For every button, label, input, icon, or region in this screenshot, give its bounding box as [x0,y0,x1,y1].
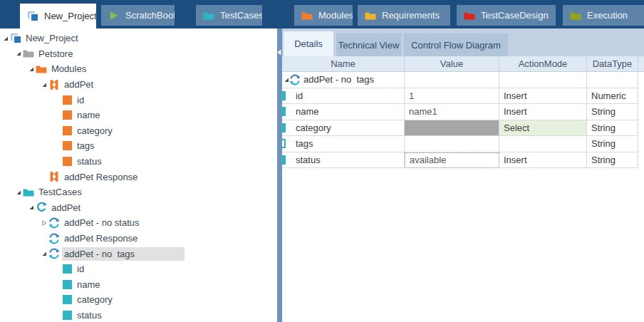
folder-icon-red [464,10,475,21]
datatype-cell[interactable]: String [587,104,638,120]
project-icon [10,33,21,44]
attribute-square-teal [61,264,73,275]
row-name-cell[interactable]: addPet - no tags [282,72,405,88]
value-cell-disabled[interactable] [405,120,499,137]
datatype-cell[interactable]: String [587,152,638,169]
expander-expanded-icon[interactable] [28,66,36,72]
table-row: name name1 Insert String [282,104,644,120]
row-name-cell[interactable]: id [282,88,405,105]
tab-label: New_Project [44,11,96,21]
table-row: status available Insert String [282,152,644,169]
value-cell[interactable] [405,72,499,88]
value-cell[interactable]: name1 [405,104,499,120]
tree-item-label: TestCases [38,187,82,197]
tab-requirements[interactable]: Requirements [358,5,450,26]
tree-item-tags[interactable]: tags [0,138,277,154]
tree-item-addpet-response-module[interactable]: addPet Response [0,169,277,185]
folder-icon-amber [365,10,376,21]
tree-item-label: addPet Response [64,172,137,182]
tab-details[interactable]: Details [284,31,333,56]
tree-item-label: addPet - no status [64,217,140,228]
value-cell[interactable]: 1 [405,88,499,105]
testcase-icon [48,233,60,244]
tree-item-label: status [77,156,102,167]
tree-item-modules[interactable]: Modules [0,61,277,77]
tab-label: Execution [587,10,628,21]
tab-execution[interactable]: Execution [563,5,644,26]
actionmode-cell[interactable] [499,136,587,152]
actionmode-cell[interactable]: Insert [499,104,587,120]
expander-expanded-icon[interactable] [16,189,23,195]
tree-item-name-tc[interactable]: name [0,277,277,293]
module-icon [48,171,60,182]
tree-item-category-tc[interactable]: category [0,292,277,308]
tree-item-addpet-tc-folder[interactable]: addPet [0,200,277,216]
tree-item-addpet-response-tc[interactable]: addPet Response [0,231,277,246]
expander-expanded-icon[interactable] [16,51,23,56]
datatype-cell[interactable]: String [587,120,638,137]
expander-expanded-icon[interactable] [28,204,36,210]
expander-expanded-icon[interactable] [3,36,10,41]
actionmode-cell[interactable]: Select [499,120,587,137]
datatype-cell[interactable] [587,72,638,88]
row-label: status [296,155,321,165]
tree-item-name[interactable]: name [0,108,277,123]
datatype-cell[interactable]: String [587,136,638,152]
attribute-square-empty [284,138,293,150]
tree-item-new-project[interactable]: New_Project [0,31,277,46]
value-cell[interactable] [405,136,499,152]
expander-collapsed-icon[interactable] [41,220,48,226]
actionmode-cell[interactable] [499,72,587,88]
tab-scratchbook[interactable]: ScratchBook [101,5,175,26]
row-name-cell[interactable]: tags [282,136,405,152]
table-header-row: Name Value ActionMode DataType [282,56,644,72]
tree-item-addpet-module[interactable]: addPet [0,77,277,93]
folder-icon-gray [23,48,34,59]
tree-item-label: name [77,279,100,290]
application-window: New_Project × ScratchBook TestCases Modu… [0,0,644,322]
collapse-panel-icon[interactable] [277,47,281,58]
testcase-icon [289,74,301,85]
expander-expanded-icon[interactable] [41,251,48,256]
tree-item-id[interactable]: id [0,92,277,108]
tree-item-id-tc[interactable]: id [0,261,277,277]
tab-control-flow-diagram[interactable]: Control Flow Diagram [404,33,508,56]
tab-label: TestCases [220,10,262,21]
column-header-name: Name [282,56,405,72]
tree-item-addpet-no-tags[interactable]: addPet - no tags [0,246,277,261]
tab-modules[interactable]: Modules [294,5,353,26]
tree-item-label: category [77,125,113,136]
tree-item-testcases[interactable]: TestCases [0,185,277,200]
module-icon [48,79,60,90]
tree-item-addpet-no-status[interactable]: addPet - no status [0,215,277,231]
tab-new-project[interactable]: New_Project × [20,4,96,28]
actionmode-cell[interactable]: Insert [499,88,587,105]
tree-item-petstore[interactable]: Petstore [0,46,277,62]
attribute-square-orange [61,110,73,121]
actionmode-cell[interactable]: Insert [499,152,587,169]
row-name-cell[interactable]: name [282,104,405,120]
panel-splitter[interactable] [277,28,282,322]
tree-item-status[interactable]: status [0,154,277,170]
table-row: tags String [282,136,644,152]
tree-item-status-tc[interactable]: status [0,308,277,322]
value-cell-focused[interactable]: available [405,152,499,169]
tab-technical-view[interactable]: Technical View [336,33,401,56]
expander-expanded-icon[interactable] [41,82,48,88]
tab-testcasedesign[interactable]: TestCaseDesign [457,5,556,26]
row-name-cell[interactable]: status [282,152,405,169]
tab-label: Modules [318,10,353,21]
attribute-square-teal [284,154,293,165]
datatype-cell[interactable]: Numeric [587,88,638,105]
tree-item-category[interactable]: category [0,123,277,139]
tab-label: Requirements [382,10,440,21]
row-name-cell[interactable]: category [282,120,405,137]
attribute-square-teal [61,294,73,306]
column-header-value: Value [405,56,499,72]
expander-expanded-icon[interactable] [284,77,289,83]
row-label: id [296,90,303,101]
play-icon [108,10,120,21]
attribute-square-orange [61,125,73,136]
window-tab-bar: New_Project × ScratchBook TestCases Modu… [0,0,644,28]
tab-testcases[interactable]: TestCases [196,5,262,26]
